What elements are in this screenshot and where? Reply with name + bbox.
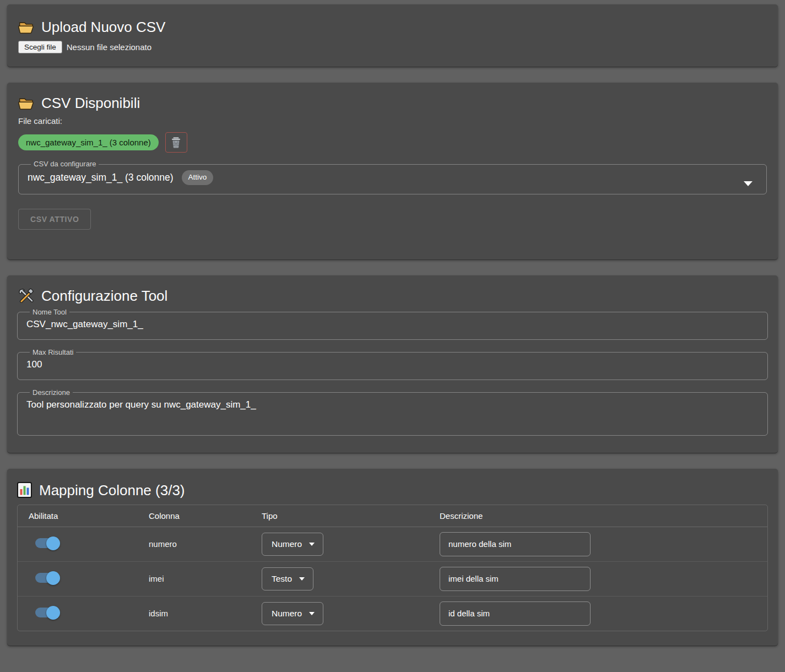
max-results-field[interactable]: Max Risultati 100 bbox=[17, 349, 768, 380]
hammer-wrench-icon bbox=[18, 288, 34, 304]
page: Upload Nuovo CSV Scegli file Nessun file… bbox=[0, 0, 785, 651]
header-abilitata: Abilitata bbox=[18, 505, 138, 527]
toggle-thumb-icon bbox=[46, 606, 60, 620]
type-select-value: Testo bbox=[272, 574, 292, 584]
mapping-rows: numero Numero imei Testo idsim N bbox=[18, 527, 767, 631]
mapping-table: Abilitata Colonna Tipo Descrizione numer… bbox=[17, 505, 768, 632]
tool-name-label: Nome Tool bbox=[30, 308, 69, 316]
header-descrizione: Descrizione bbox=[429, 505, 767, 527]
description-input[interactable] bbox=[440, 601, 591, 626]
enabled-toggle[interactable] bbox=[35, 608, 58, 617]
csv-file-chip: nwc_gateway_sim_1_ (3 colonne) bbox=[18, 134, 159, 150]
header-colonna: Colonna bbox=[138, 505, 251, 527]
column-name: imei bbox=[149, 574, 164, 583]
upload-card: Upload Nuovo CSV Scegli file Nessun file… bbox=[7, 4, 778, 67]
toggle-thumb-icon bbox=[46, 571, 60, 585]
column-name: idsim bbox=[149, 609, 168, 618]
description-label: Descrizione bbox=[30, 389, 73, 397]
table-row: imei Testo bbox=[18, 561, 767, 596]
caret-down-icon bbox=[309, 612, 315, 615]
enabled-toggle[interactable] bbox=[35, 538, 58, 548]
table-header-row: Abilitata Colonna Tipo Descrizione bbox=[18, 505, 767, 527]
enabled-toggle[interactable] bbox=[35, 573, 58, 583]
csv-select-label: CSV da configurare bbox=[31, 160, 99, 168]
tool-config-title: Configurazione Tool bbox=[18, 288, 768, 304]
tool-config-title-text: Configurazione Tool bbox=[41, 288, 167, 304]
tool-config-card: Configurazione Tool Nome Tool CSV_nwc_ga… bbox=[7, 275, 778, 453]
folder-icon bbox=[18, 95, 34, 111]
max-results-label: Max Risultati bbox=[30, 349, 76, 356]
max-results-value: 100 bbox=[25, 356, 760, 380]
file-status-text: Nessun file selezionato bbox=[67, 42, 151, 52]
type-select[interactable]: Testo bbox=[262, 567, 313, 590]
folder-icon bbox=[18, 19, 34, 35]
dropdown-arrow-icon bbox=[744, 181, 752, 186]
bar-chart-icon bbox=[17, 482, 32, 498]
csv-active-button[interactable]: CSV ATTIVO bbox=[18, 209, 91, 230]
header-tipo: Tipo bbox=[251, 505, 429, 527]
delete-file-button[interactable] bbox=[165, 132, 187, 153]
description-field[interactable]: Descrizione Tool personalizzato per quer… bbox=[17, 389, 768, 436]
csv-select[interactable]: CSV da configurare nwc_gateway_sim_1_ (3… bbox=[18, 160, 767, 194]
tool-name-value: CSV_nwc_gateway_sim_1_ bbox=[25, 316, 760, 339]
choose-file-button[interactable]: Scegli file bbox=[18, 41, 62, 53]
description-value: Tool personalizzato per query su nwc_gat… bbox=[25, 397, 760, 435]
csv-select-content: nwc_gateway_sim_1_ (3 colonne) Attivo bbox=[26, 168, 759, 194]
caret-down-icon bbox=[299, 577, 305, 581]
description-input[interactable] bbox=[440, 567, 591, 591]
column-name: numero bbox=[149, 539, 177, 549]
table-row: idsim Numero bbox=[18, 596, 767, 631]
csv-available-title-text: CSV Disponibili bbox=[41, 95, 140, 111]
files-loaded-label: File caricati: bbox=[18, 116, 767, 126]
type-select[interactable]: Numero bbox=[262, 602, 323, 625]
toggle-thumb-icon bbox=[46, 536, 60, 550]
csv-available-title: CSV Disponibili bbox=[18, 95, 767, 111]
mapping-title: Mapping Colonne (3/3) bbox=[17, 482, 768, 498]
csv-select-value: nwc_gateway_sim_1_ (3 colonne) bbox=[28, 172, 174, 183]
type-select[interactable]: Numero bbox=[262, 533, 323, 556]
active-badge: Attivo bbox=[182, 170, 214, 185]
upload-title-text: Upload Nuovo CSV bbox=[41, 19, 165, 35]
csv-available-card: CSV Disponibili File caricati: nwc_gatew… bbox=[7, 83, 778, 259]
description-input[interactable] bbox=[440, 532, 591, 556]
type-select-value: Numero bbox=[272, 609, 302, 619]
mapping-card: Mapping Colonne (3/3) Abilitata Colonna … bbox=[7, 469, 778, 646]
file-chip-row: nwc_gateway_sim_1_ (3 colonne) bbox=[18, 132, 767, 153]
file-input: Scegli file Nessun file selezionato bbox=[18, 41, 767, 53]
type-select-value: Numero bbox=[272, 539, 302, 549]
upload-title: Upload Nuovo CSV bbox=[18, 19, 767, 35]
trash-icon bbox=[171, 137, 181, 148]
table-row: numero Numero bbox=[18, 527, 767, 561]
caret-down-icon bbox=[309, 543, 315, 546]
mapping-title-text: Mapping Colonne (3/3) bbox=[39, 482, 185, 498]
tool-name-field[interactable]: Nome Tool CSV_nwc_gateway_sim_1_ bbox=[17, 308, 768, 340]
